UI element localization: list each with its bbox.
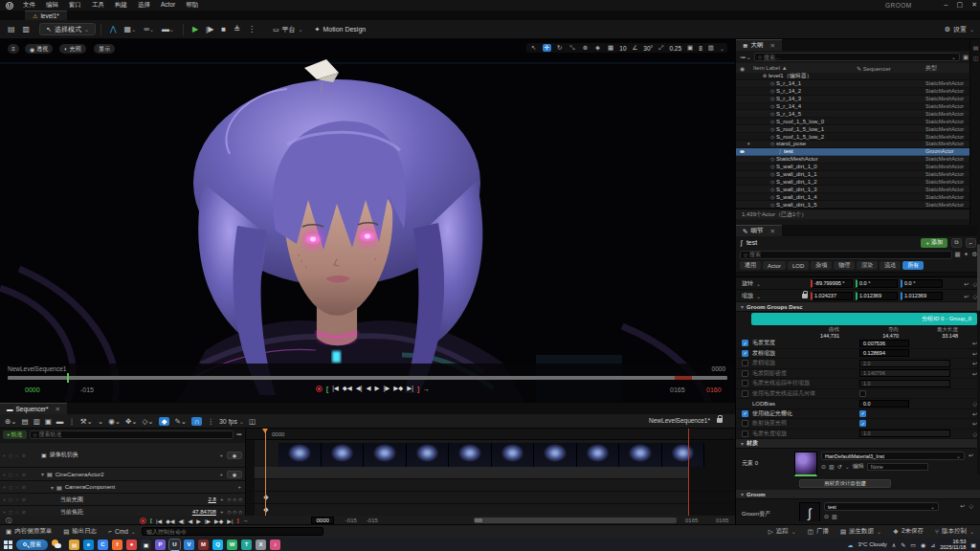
- scale-snap-icon[interactable]: ⤢: [657, 44, 665, 52]
- selection-mode-dropdown[interactable]: ↖ 选择模式 ⌄: [39, 23, 96, 35]
- prop-checkbox[interactable]: [742, 360, 748, 366]
- add-component-button[interactable]: +添加: [921, 238, 947, 248]
- taskbar-app-obs[interactable]: ▣: [141, 540, 151, 550]
- prev-key-button[interactable]: ◆◀: [166, 518, 174, 524]
- tab-level1[interactable]: ⚠ level1*: [25, 11, 67, 20]
- current-frame-box[interactable]: 0000: [311, 517, 333, 524]
- working-range-start[interactable]: -015: [367, 518, 378, 523]
- play-options-icon[interactable]: ⋮: [244, 25, 259, 33]
- prop-checkbox[interactable]: [742, 380, 748, 386]
- outliner-row[interactable]: ◇S_wall_dirt_1_2StaticMeshActor: [736, 178, 969, 186]
- taskbar-app-maroon-app[interactable]: M: [198, 540, 209, 550]
- eject-button[interactable]: ≜: [230, 25, 244, 33]
- prop-value-field[interactable]: 0.0: [859, 400, 909, 408]
- next-key-icon[interactable]: ◇: [238, 496, 242, 502]
- mute-icon[interactable]: ⊘: [22, 452, 26, 458]
- section-groom[interactable]: ▾Groom: [736, 490, 980, 499]
- show-dropdown[interactable]: 显示: [94, 44, 115, 54]
- lock-icon[interactable]: ◻: [9, 509, 12, 515]
- outliner-search-input[interactable]: [764, 55, 949, 60]
- play-button[interactable]: ▶: [189, 25, 202, 33]
- solo-icon[interactable]: ∩: [15, 509, 19, 515]
- material-thumbnail[interactable]: [794, 452, 817, 476]
- reset-icon[interactable]: ↩: [964, 293, 969, 299]
- browse-icon[interactable]: ▥: [832, 513, 837, 519]
- taskbar-app-purple-app[interactable]: P: [155, 540, 166, 550]
- group-banner[interactable]: 分组ID 0 - Group_0: [751, 313, 977, 325]
- mute-icon[interactable]: ⊘: [22, 509, 26, 515]
- outliner-row[interactable]: ◇S_wall_dirt_1_3StaticMeshActor: [736, 186, 969, 193]
- timeline-playhead[interactable]: [265, 429, 266, 525]
- grid-snap-value[interactable]: 10: [619, 45, 626, 52]
- step-back-button[interactable]: ◀|: [178, 518, 184, 524]
- reset-icon[interactable]: ↩: [969, 452, 973, 476]
- solo-icon[interactable]: ∩: [15, 472, 19, 477]
- details-search[interactable]: ○: [740, 251, 952, 259]
- tray-expand-icon[interactable]: ∧: [892, 541, 896, 548]
- section-groom-groups[interactable]: ▾Groom Groups Desc: [736, 302, 980, 312]
- playback-options-icon[interactable]: ✥⌄: [125, 417, 138, 426]
- track-search[interactable]: ○: [30, 430, 234, 439]
- solo-icon[interactable]: ∩: [15, 496, 19, 502]
- menu-文件[interactable]: 文件: [23, 1, 35, 10]
- frame-skip-button[interactable]: |▶: [202, 25, 217, 33]
- pin-icon[interactable]: +: [3, 472, 6, 477]
- favorites-icon[interactable]: ✦: [964, 251, 969, 258]
- filter-icon[interactable]: ≔⌄: [740, 54, 751, 61]
- prev-key-icon[interactable]: ◇: [227, 496, 231, 502]
- menu-Actor[interactable]: Actor: [161, 1, 175, 10]
- axis-value-field[interactable]: 0.0 °: [901, 279, 943, 288]
- keyframe-options-icon[interactable]: ◇⌄: [143, 417, 154, 426]
- mute-icon[interactable]: ⊘: [22, 472, 26, 477]
- menu-选择[interactable]: 选择: [138, 1, 150, 10]
- to-end-button[interactable]: ▶|: [407, 385, 413, 392]
- settings-dropdown[interactable]: ⚙ 设置 ⌄: [945, 25, 974, 34]
- taskbar-app-firefox[interactable]: f: [112, 540, 122, 550]
- select-tool-icon[interactable]: ↖: [529, 44, 538, 52]
- rotation-snap-value[interactable]: 30°: [643, 45, 653, 52]
- prev-key-icon[interactable]: ◇: [227, 509, 231, 515]
- track-摄像机切换[interactable]: +◻∩⊘▣摄像机切换+◉: [0, 443, 245, 468]
- edit-value-field[interactable]: None: [867, 463, 928, 471]
- taskbar-app-unreal-editor[interactable]: U: [169, 540, 180, 550]
- details-search-input[interactable]: [749, 252, 948, 257]
- browse-sequence-icon[interactable]: ▥: [33, 417, 40, 426]
- cmd-dropdown[interactable]: ⌐ Cmd⌄: [102, 528, 142, 535]
- use-asset-icon[interactable]: ⊙: [821, 463, 826, 470]
- prop-checkbox[interactable]: [742, 420, 748, 427]
- details-tab-物理[interactable]: 物理: [834, 261, 855, 270]
- camera-speed-value[interactable]: 8: [699, 45, 702, 52]
- menu-编辑[interactable]: 编辑: [46, 1, 58, 10]
- outliner-row[interactable]: ◇StaticMeshActorStaticMeshActor: [736, 156, 969, 164]
- sequence-breadcrumb[interactable]: NewLevelSequence1*: [649, 417, 725, 424]
- taskbar-app-chrome[interactable]: C: [98, 540, 108, 550]
- add-section-icon[interactable]: +: [219, 472, 223, 477]
- details-tab-Actor[interactable]: Actor: [763, 261, 786, 270]
- expander-icon[interactable]: ▾: [51, 484, 54, 491]
- loop-button[interactable]: →: [242, 518, 248, 523]
- prop-value-checkbox[interactable]: ✓: [859, 410, 866, 417]
- outliner-row[interactable]: ◇S_r_14_5StaticMeshActor: [736, 110, 969, 118]
- prop-value-field[interactable]: 0.007536: [859, 340, 909, 347]
- scale-snap-value[interactable]: 0.25: [669, 45, 681, 52]
- source-control-icon[interactable]: ▥: [19, 25, 34, 33]
- prop-checkbox[interactable]: [742, 370, 748, 377]
- rotate-tool-icon[interactable]: ↻: [555, 44, 564, 52]
- browse-icon[interactable]: ▥: [829, 463, 835, 470]
- prop-checkbox[interactable]: ✓: [742, 350, 748, 357]
- wrench-icon[interactable]: ⌄: [98, 417, 103, 426]
- add-track-button[interactable]: +轨道: [3, 430, 27, 439]
- display-filter-icon[interactable]: ▦: [955, 251, 961, 258]
- use-asset-icon[interactable]: ⊙: [824, 513, 829, 519]
- outliner-row[interactable]: ◇S_r_14_3StaticMeshActor: [736, 96, 969, 103]
- prop-checkbox[interactable]: ✓: [742, 340, 748, 346]
- set-end-bracket-icon[interactable]: ]: [236, 518, 238, 523]
- content-drawer-button[interactable]: ▣ 内容侧滑菜单: [0, 527, 57, 536]
- transform-label[interactable]: 缩放⌄: [742, 292, 799, 300]
- reset-icon[interactable]: ↺: [837, 463, 842, 470]
- edit-mode-icon[interactable]: ✎⌄: [174, 417, 187, 426]
- weather-icon[interactable]: [52, 540, 61, 549]
- details-tab-杂项[interactable]: 杂项: [811, 261, 832, 270]
- autokey-icon[interactable]: ◆: [159, 417, 170, 426]
- outliner-row[interactable]: ◇S_roof_1_5_low_1StaticMeshActor: [736, 125, 969, 133]
